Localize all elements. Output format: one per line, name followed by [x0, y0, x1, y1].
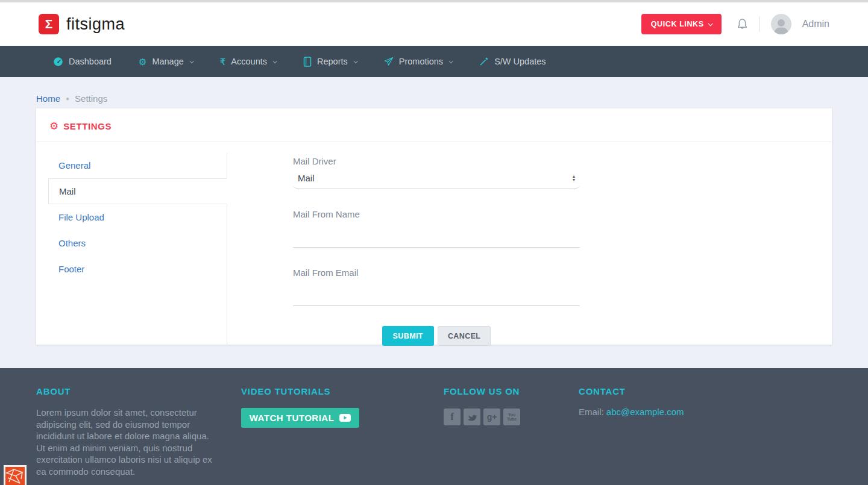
- mail-settings-form: Mail Driver Mail ▴▾ Mail From Name Mail …: [293, 152, 580, 346]
- mail-from-email-label: Mail From Email: [293, 268, 580, 278]
- user-name[interactable]: Admin: [802, 19, 829, 30]
- mail-driver-value: Mail: [298, 173, 315, 183]
- app-header: Σ fitsigma QUICK LINKS Admin: [0, 2, 868, 46]
- settings-gear-icon: ⚙: [49, 121, 58, 131]
- youtube-icon[interactable]: YouTube: [503, 408, 520, 425]
- settings-card: ⚙ SETTINGS General Mail File Upload Othe…: [36, 108, 832, 345]
- magic-wand-icon: [479, 57, 489, 66]
- footer-video-section: VIDEO TUTORIALS WATCH TUTORIAL: [241, 386, 359, 428]
- dashboard-icon: [53, 57, 63, 67]
- mail-from-name-label: Mail From Name: [293, 209, 580, 219]
- gear-icon: ⚙: [139, 57, 146, 66]
- nav-item-manage[interactable]: ⚙ Manage: [139, 57, 193, 66]
- tab-footer[interactable]: Footer: [48, 256, 227, 282]
- youtube-play-icon: [339, 414, 351, 422]
- brand-logo[interactable]: Σ fitsigma: [39, 14, 125, 34]
- user-avatar[interactable]: [771, 14, 791, 34]
- settings-card-header: ⚙ SETTINGS: [36, 108, 832, 142]
- nav-item-accounts[interactable]: ₹ Accounts: [220, 57, 276, 66]
- chevron-down-icon: [708, 21, 712, 26]
- video-tutorials-heading: VIDEO TUTORIALS: [241, 386, 359, 396]
- page-title: SETTINGS: [63, 121, 112, 131]
- settings-tabs: General Mail File Upload Others Footer: [48, 152, 227, 346]
- mail-driver-select[interactable]: Mail ▴▾: [293, 172, 580, 189]
- report-icon: [303, 57, 312, 67]
- breadcrumb-home-link[interactable]: Home: [36, 93, 60, 104]
- laravel-badge-icon[interactable]: [4, 465, 27, 485]
- about-text: Lorem ipsum dolor sit amet, consectetur …: [36, 407, 219, 477]
- chevron-down-icon: [189, 59, 193, 63]
- mail-from-email-input[interactable]: [293, 283, 580, 306]
- google-plus-icon[interactable]: g+: [483, 408, 500, 425]
- page-footer: ABOUT Lorem ipsum dolor sit amet, consec…: [0, 368, 868, 485]
- sigma-logo-icon: Σ: [39, 14, 59, 34]
- watch-tutorial-button[interactable]: WATCH TUTORIAL: [241, 408, 359, 428]
- tab-file-upload[interactable]: File Upload: [48, 204, 227, 230]
- contact-heading: CONTACT: [579, 386, 684, 396]
- quick-links-button[interactable]: QUICK LINKS: [641, 14, 722, 34]
- nav-item-dashboard[interactable]: Dashboard: [53, 57, 112, 67]
- breadcrumb-separator: ●: [66, 95, 69, 102]
- mail-driver-label: Mail Driver: [293, 156, 580, 166]
- submit-button[interactable]: SUBMIT: [382, 326, 434, 346]
- notifications-bell-icon[interactable]: [736, 17, 749, 31]
- facebook-icon[interactable]: f: [444, 408, 461, 425]
- chevron-down-icon: [449, 59, 453, 63]
- mail-from-name-input[interactable]: [293, 225, 580, 248]
- contact-email-link[interactable]: abc@example.com: [606, 407, 684, 417]
- select-arrows-icon: ▴▾: [573, 175, 575, 181]
- main-navbar: Dashboard ⚙ Manage ₹ Accounts Reports Pr…: [0, 46, 868, 77]
- header-divider: [760, 16, 760, 32]
- footer-contact-section: CONTACT Email: abc@example.com: [579, 386, 684, 417]
- nav-item-reports[interactable]: Reports: [303, 57, 357, 67]
- paper-plane-icon: [384, 57, 394, 66]
- tab-others[interactable]: Others: [48, 230, 227, 256]
- tab-mail[interactable]: Mail: [48, 178, 227, 204]
- nav-item-sw-updates[interactable]: S/W Updates: [479, 57, 546, 66]
- cancel-button[interactable]: CANCEL: [438, 326, 491, 346]
- chevron-down-icon: [353, 59, 357, 63]
- rupee-icon: ₹: [220, 57, 226, 66]
- tab-general[interactable]: General: [48, 152, 227, 178]
- follow-us-heading: FOLLOW US ON: [444, 386, 520, 396]
- nav-item-promotions[interactable]: Promotions: [384, 57, 452, 66]
- twitter-icon[interactable]: [464, 408, 480, 425]
- footer-about-section: ABOUT Lorem ipsum dolor sit amet, consec…: [36, 386, 219, 477]
- brand-name: fitsigma: [66, 15, 125, 34]
- breadcrumb-current: Settings: [75, 93, 107, 104]
- about-heading: ABOUT: [36, 386, 219, 396]
- breadcrumb: Home ● Settings: [0, 77, 868, 108]
- chevron-down-icon: [273, 59, 277, 63]
- email-label: Email:: [579, 407, 604, 417]
- footer-follow-section: FOLLOW US ON f g+ YouTube: [444, 386, 520, 425]
